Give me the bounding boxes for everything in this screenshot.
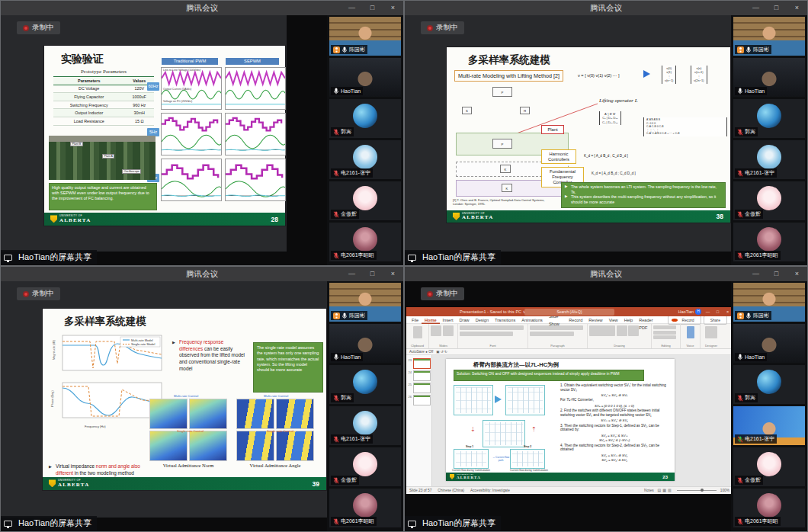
participant-tile-2[interactable]: HaoTian (733, 324, 805, 363)
maximize-button[interactable]: □ (362, 1, 383, 15)
participant-tile-1[interactable]: 陈国彬 (733, 283, 805, 322)
minimize-button[interactable]: — (745, 267, 766, 281)
qat-icons[interactable]: ▣ ↺ ↻ (436, 350, 447, 354)
quick-access-toolbar[interactable]: AutoSave ● Off ▣ ↺ ↻ (406, 349, 733, 355)
slide-thumbnail[interactable] (413, 395, 431, 405)
share-banner-label: HaoTian的屏幕共享 (422, 518, 495, 529)
view-buttons[interactable]: ▤▦▥ (658, 488, 673, 492)
participant-tile-6[interactable]: 电2061李昭昭 (733, 223, 805, 261)
window-title-bar[interactable]: 腾讯会议 — □ × (405, 267, 807, 281)
participant-tile-1[interactable]: 陈国彬 (329, 283, 401, 322)
tab-help[interactable]: Help (621, 316, 636, 324)
participant-sidebar[interactable]: 陈国彬HaoTian郭宾电2161-张宇金傲辉电2061李昭昭 (327, 15, 403, 265)
participant-tile-4[interactable]: 电2161-张宇 (329, 406, 401, 445)
tab-design[interactable]: Design (473, 316, 492, 324)
participant-tile-6[interactable]: 电2061李昭昭 (329, 223, 401, 261)
participant-sidebar[interactable]: 陈国彬HaoTian郭宾电2161-张宇金傲辉电2061李昭昭 (731, 281, 807, 531)
participant-tile-1[interactable]: 陈国彬 (329, 17, 401, 56)
language-indicator[interactable]: Chinese (China) (438, 489, 464, 492)
participant-sidebar[interactable]: 陈国彬HaoTian郭宾电2161-张宇金傲辉电2061李昭昭 (731, 15, 807, 265)
participant-tile-5[interactable]: 金傲辉 (733, 181, 805, 220)
share-button[interactable]: Share (704, 316, 727, 325)
ppt-search-box[interactable]: Search (Alt+Q) (524, 309, 614, 316)
zoom-level[interactable]: 100% (720, 489, 729, 492)
maximize-button[interactable]: □ (766, 267, 787, 281)
participant-tile-3[interactable]: 郭宾 (733, 365, 805, 404)
ppt-status-bar: Slide 23 of 57 Chinese (China) Accessibi… (406, 486, 733, 493)
participant-tile-5[interactable]: 金傲辉 (329, 447, 401, 486)
zoom-slider[interactable] (677, 490, 717, 491)
participant-name-tag: 电2161-张宇 (331, 168, 373, 178)
group-slides[interactable]: Slides (429, 324, 458, 348)
tab-home[interactable]: Home (422, 316, 440, 324)
close-button[interactable]: × (787, 267, 807, 281)
recording-indicator[interactable]: 录制中 (421, 287, 464, 300)
group-clipboard[interactable]: Clipboard (406, 324, 429, 348)
thumbnail-row[interactable]: 24 (407, 370, 431, 381)
recording-indicator[interactable]: 录制中 (17, 21, 60, 34)
maximize-button[interactable]: □ (766, 1, 787, 15)
slide-thumbnail[interactable] (413, 358, 431, 369)
tab-animations[interactable]: Animations (518, 316, 546, 324)
ppt-maximize-button[interactable]: □ (713, 307, 723, 316)
thumbnail-row[interactable]: 25 (407, 383, 431, 393)
participant-tile-3[interactable]: 郭宾 (329, 99, 401, 138)
group-editing[interactable]: Editing (652, 324, 681, 348)
participant-tile-5[interactable]: 金傲辉 (733, 447, 805, 486)
participant-tile-2[interactable]: HaoTian (329, 58, 401, 97)
ppt-minimize-button[interactable]: — (703, 307, 713, 316)
tab-draw[interactable]: Draw (457, 316, 473, 324)
participant-tile-2[interactable]: HaoTian (329, 324, 401, 363)
ppt-title-bar[interactable]: Presentation1 - Saved to this PC ∨ Searc… (406, 307, 733, 316)
slide-thumbnail[interactable] (413, 383, 431, 393)
participant-tile-4[interactable]: 电2161-张宇 (329, 140, 401, 179)
group-voice[interactable]: Voice (681, 324, 701, 348)
maximize-button[interactable]: □ (362, 267, 383, 281)
participant-tile-3[interactable]: 郭宾 (329, 365, 401, 404)
participant-tile-3[interactable]: 郭宾 (733, 99, 805, 138)
tab-record[interactable]: Record (566, 316, 585, 324)
tab-view[interactable]: View (606, 316, 621, 324)
participant-tile-4[interactable]: 电2161-张宇 (733, 406, 805, 445)
participant-tile-6[interactable]: 电2061李昭昭 (733, 489, 805, 527)
tab-review[interactable]: Review (585, 316, 605, 324)
recording-indicator[interactable]: 录制中 (421, 21, 464, 34)
minimize-button[interactable]: — (341, 267, 362, 281)
tab-transitions[interactable]: Transitions (492, 316, 518, 324)
minimize-button[interactable]: — (341, 1, 362, 15)
accessibility-status[interactable]: Accessibility: Investigate (470, 489, 510, 492)
record-button[interactable]: Record (668, 316, 701, 325)
participant-name: 金傲辉 (341, 476, 357, 484)
meeting-content: 录制中 多采样率系统建模 Multi-rate Model Single-rat… (1, 281, 403, 531)
recording-indicator[interactable]: 录制中 (17, 287, 60, 300)
group-designer[interactable]: Designer (701, 324, 722, 348)
tab-file[interactable]: File (409, 316, 422, 324)
close-button[interactable]: × (383, 267, 403, 281)
group-drawing[interactable]: Drawing (588, 324, 652, 348)
minimize-button[interactable]: — (745, 1, 766, 15)
participant-name-tag: 电2061李昭昭 (735, 517, 781, 526)
window-title-bar[interactable]: 腾讯会议 — □ × (405, 1, 807, 15)
close-button[interactable]: × (787, 1, 807, 15)
participant-tile-5[interactable]: 金傲辉 (329, 181, 401, 220)
window-title-bar[interactable]: 腾讯会议 — □ × (1, 267, 403, 281)
participant-sidebar[interactable]: 陈国彬HaoTian郭宾电2161-张宇金傲辉电2061李昭昭 (327, 281, 403, 531)
slide-23[interactable]: 桥臂内部换流方法—以7L-HC为例 Solution: Switching ON… (446, 359, 675, 481)
thumbnail-row[interactable]: 23 (407, 358, 431, 369)
close-button[interactable]: × (383, 1, 403, 15)
group-font[interactable]: Font (458, 324, 528, 348)
notes-button[interactable]: Notes (644, 489, 654, 492)
participant-tile-1[interactable]: 陈国彬 (733, 17, 805, 56)
thumbnail-row[interactable]: 26 (407, 395, 431, 405)
participant-tile-2[interactable]: HaoTian (733, 58, 805, 97)
participant-tile-6[interactable]: 电2061李昭昭 (329, 489, 401, 527)
tab-insert[interactable]: Insert (440, 316, 457, 324)
group-paragraph[interactable]: Paragraph (528, 324, 588, 348)
slide-thumbnail[interactable] (413, 370, 431, 381)
slide-thumbnail-panel[interactable]: 23 24 25 26 (406, 355, 432, 486)
diagram-block-p2: P (492, 139, 512, 149)
ppt-user[interactable]: HaoTianH (678, 309, 701, 315)
autosave-toggle[interactable]: AutoSave ● Off (409, 350, 433, 354)
window-title-bar[interactable]: 腾讯会议 — □ × (1, 1, 403, 15)
participant-tile-4[interactable]: 电2161-张宇 (733, 140, 805, 179)
